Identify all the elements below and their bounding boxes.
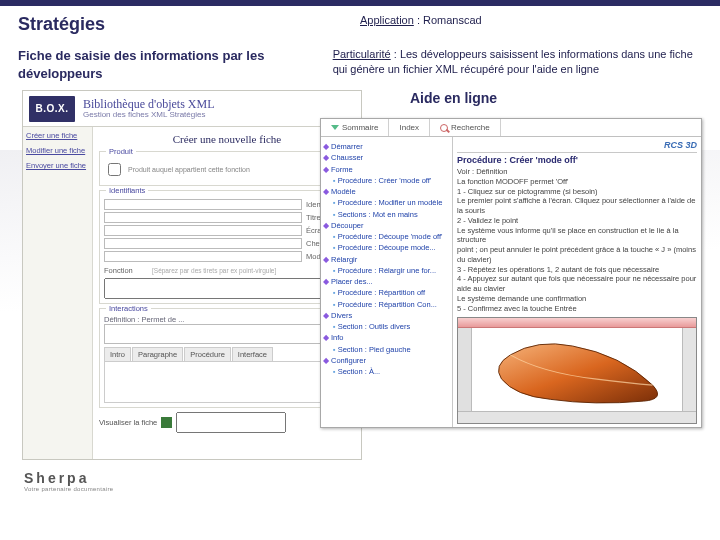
produit-hint: Produit auquel appartient cette fonction	[128, 166, 250, 173]
doc-line: 5 - Confirmez avec la touche Entrée	[457, 304, 697, 314]
help-tabstrip: Sommaire Index Recherche	[321, 119, 701, 137]
tree-item[interactable]: ▪Procédure : Rélargir une for...	[333, 265, 450, 276]
sherpa-logo: Sherpa Votre partenaire documentaire	[24, 470, 113, 492]
aide-en-ligne-title: Aide en ligne	[410, 90, 497, 106]
tab-procedure[interactable]: Procédure	[184, 347, 231, 361]
visualiser-label: Visualiser la fiche	[99, 418, 157, 427]
identifiant-field[interactable]	[104, 199, 302, 210]
sidebar-item-modify[interactable]: Modifier une fiche	[26, 146, 89, 155]
triangle-icon	[331, 125, 339, 130]
tree-item[interactable]: ◆Placer des...	[323, 276, 450, 287]
tree-item[interactable]: ◆Démarrer	[323, 141, 450, 152]
procedure-body: Voir : DéfinitionLa fonction MODOFF perm…	[457, 167, 697, 313]
tree-item[interactable]: ◆Forme	[323, 164, 450, 175]
doc-line: 2 - Validez le point	[457, 216, 697, 226]
sherpa-tagline: Votre partenaire documentaire	[24, 486, 113, 492]
produit-checkbox[interactable]	[108, 163, 121, 176]
fonction-hint: [Séparez par des tirets par ex point-vir…	[152, 267, 276, 274]
embedded-screenshot	[457, 317, 697, 424]
content-area: B.O.X. Bibliothèque d'objets XML Gestion…	[0, 90, 720, 500]
doc-line: Le système vous informe qu'il se place e…	[457, 226, 697, 246]
visualiser-button[interactable]	[161, 417, 172, 428]
tab-paragraphe[interactable]: Paragraphe	[132, 347, 183, 361]
tree-item[interactable]: ▪Sections : Mot en mains	[333, 209, 450, 220]
form-title: Créer une nouvelle fiche	[99, 133, 355, 145]
particularite-label: Particularité	[333, 48, 391, 60]
help-tab-sommaire[interactable]: Sommaire	[321, 119, 389, 136]
group-produit: Produit Produit auquel appartient cette …	[99, 151, 355, 186]
tree-item[interactable]: ▪Procédure : Découpe 'mode off'	[333, 231, 450, 242]
tree-item[interactable]: ▪Section : Outils divers	[333, 321, 450, 332]
box-header: B.O.X. Bibliothèque d'objets XML Gestion…	[23, 91, 361, 127]
help-window: Sommaire Index Recherche ◆Démarrer◆Chaus…	[320, 118, 702, 428]
doc-line: point ; on peut annuler le point précéde…	[457, 245, 697, 265]
tree-item[interactable]: ◆Rélargir	[323, 254, 450, 265]
tab-content	[104, 361, 350, 403]
tree-item[interactable]: ▪Procédure : Créer 'mode off'	[333, 175, 450, 186]
help-tab-index[interactable]: Index	[389, 119, 430, 136]
tree-item[interactable]: ◆Modèle	[323, 186, 450, 197]
box-window-subtitle: Gestion des fiches XML Stratégies	[83, 111, 214, 120]
subtitle-row: Fiche de saisie des informations par les…	[0, 37, 720, 86]
fonction-label: Fonction	[104, 266, 148, 275]
search-icon	[440, 124, 448, 132]
tree-item[interactable]: ◆Configurer	[323, 355, 450, 366]
help-tree[interactable]: ◆Démarrer◆Chausser◆Forme▪Procédure : Cré…	[321, 137, 453, 427]
box-logo: B.O.X.	[29, 96, 75, 122]
group-identifiants: Identifiants Identifiant Titre de Écran	[99, 190, 355, 304]
tree-item[interactable]: ▪Section : Pied gauche	[333, 344, 450, 355]
doc-line: Le premier point s'affiche à l'écran. Cl…	[457, 196, 697, 216]
screenshot-titlebar	[458, 318, 696, 328]
help-document: RCS 3D Procédure : Créer 'mode off' Voir…	[453, 137, 701, 427]
group-identifiants-label: Identifiants	[106, 186, 148, 195]
tree-item[interactable]: ◆Découper	[323, 220, 450, 231]
titre-field[interactable]	[104, 212, 302, 223]
group-interactions: Interactions Définition : Permet de ... …	[99, 308, 355, 408]
tree-item[interactable]: ◆Info	[323, 332, 450, 343]
screenshot-left-toolbar	[458, 328, 472, 411]
page-title: Stratégies	[18, 14, 360, 35]
footer-field[interactable]	[176, 412, 286, 433]
group-interactions-label: Interactions	[106, 304, 151, 313]
application-label: Application	[360, 14, 414, 26]
group-produit-label: Produit	[106, 147, 136, 156]
doc-line: Le système demande une confirmation	[457, 294, 697, 304]
definition-text: Définition : Permet de ...	[104, 315, 350, 324]
tree-item[interactable]: ▪Procédure : Modifier un modèle	[333, 197, 450, 208]
definition-textarea[interactable]	[104, 324, 350, 344]
box-sidebar: Créer une fiche Modifier une fiche Envoy…	[23, 127, 93, 459]
help-brand: RCS 3D	[457, 140, 697, 153]
subtitle: Fiche de saisie des informations par les…	[18, 47, 333, 82]
doc-line: 3 - Répétez les opérations 1, 2 autant d…	[457, 265, 697, 275]
procedure-title: Procédure : Créer 'mode off'	[457, 155, 697, 165]
tree-item[interactable]: ▪Section : À...	[333, 366, 450, 377]
screenshot-right-scrollbar[interactable]	[682, 328, 696, 411]
tab-intro[interactable]: Intro	[104, 347, 131, 361]
doc-line: 4 - Appuyez sur autant que fois que néce…	[457, 274, 697, 294]
chemin-field[interactable]	[104, 238, 302, 249]
mode-field[interactable]	[104, 251, 302, 262]
header: Stratégies Application : Romanscad	[0, 6, 720, 37]
doc-line: Voir : Définition	[457, 167, 697, 177]
application-name: Romanscad	[423, 14, 482, 26]
interaction-tabs: Intro Paragraphe Procédure Interface	[104, 347, 350, 361]
shoe-last-3d-model	[487, 330, 667, 410]
tree-item[interactable]: ◆Divers	[323, 310, 450, 321]
sidebar-item-send[interactable]: Envoyer une fiche	[26, 161, 89, 170]
doc-line: 1 - Cliquez sur ce pictogramme (si besoi…	[457, 187, 697, 197]
screenshot-viewport	[472, 328, 682, 411]
tree-item[interactable]: ▪Procédure : Découpe mode...	[333, 242, 450, 253]
fonction-field[interactable]	[104, 278, 350, 299]
screenshot-bottom-scrollbar[interactable]	[458, 411, 696, 423]
tree-item[interactable]: ▪Procédure : Répartition Con...	[333, 299, 450, 310]
box-application-window: B.O.X. Bibliothèque d'objets XML Gestion…	[22, 90, 362, 460]
doc-line: La fonction MODOFF permet 'Off'	[457, 177, 697, 187]
ecran-field[interactable]	[104, 225, 302, 236]
tab-interface[interactable]: Interface	[232, 347, 273, 361]
box-window-title: Bibliothèque d'objets XML	[83, 98, 214, 111]
help-tab-recherche[interactable]: Recherche	[430, 119, 501, 136]
sidebar-item-create[interactable]: Créer une fiche	[26, 131, 89, 140]
tree-item[interactable]: ▪Procédure : Répartition off	[333, 287, 450, 298]
tree-item[interactable]: ◆Chausser	[323, 152, 450, 163]
